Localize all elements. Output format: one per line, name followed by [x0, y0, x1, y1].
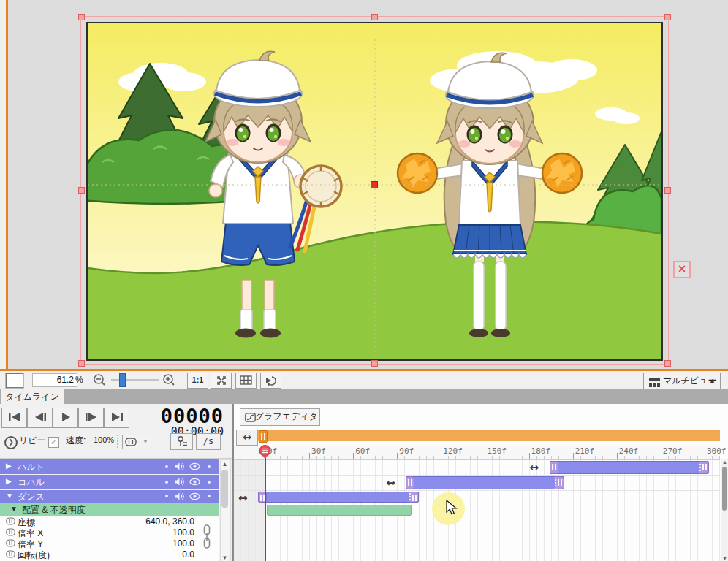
transform-handle-e[interactable]	[664, 187, 671, 194]
expand-expanded-icon[interactable]: ▼	[6, 492, 13, 500]
fit-to-view-button[interactable]	[211, 373, 232, 389]
expand-expanded-icon[interactable]: ▼	[10, 505, 18, 513]
transform-handle-n[interactable]	[371, 14, 378, 20]
track-row-position[interactable]	[234, 516, 720, 527]
go-to-end-button[interactable]	[104, 408, 129, 428]
clip-trim-end-handle[interactable]	[699, 461, 709, 474]
mute-speaker-icon[interactable]	[174, 492, 184, 503]
track-row-scale-x[interactable]	[234, 527, 720, 538]
zoom-slider-track[interactable]	[111, 379, 159, 381]
next-frame-button[interactable]	[78, 408, 104, 428]
work-area-bar[interactable]	[258, 430, 720, 441]
rotate-view-button[interactable]	[260, 373, 281, 389]
link-scale-icon[interactable]	[202, 524, 212, 553]
go-to-start-button[interactable]	[1, 408, 27, 428]
deselect-close-button[interactable]: ×	[673, 261, 691, 278]
multiview-dropdown[interactable]: マルチビュー ▲	[643, 373, 721, 389]
transform-handle-w[interactable]	[78, 187, 85, 194]
expand-collapsed-icon[interactable]: ▶	[6, 477, 12, 485]
property-value[interactable]: 0.0	[182, 549, 194, 560]
repeat-checkbox[interactable]: ✓	[48, 437, 59, 448]
scroll-up-icon[interactable]: ▲	[721, 459, 728, 465]
timeline-clip-1[interactable]	[550, 461, 709, 474]
background-color-swatch[interactable]	[6, 373, 23, 388]
zoom-percent-input[interactable]: 61.2	[32, 373, 77, 387]
property-value[interactable]: 640.0, 360.0	[145, 516, 194, 527]
track-rows-area[interactable]: ↔↔↔	[234, 460, 720, 561]
time-ruler[interactable]: 0f30f60f90f120f150f180f210f240f270f300f	[234, 446, 720, 460]
transform-handle-ne[interactable]	[664, 14, 671, 20]
clip-trim-start-handle[interactable]	[406, 476, 414, 489]
scrollbar-thumb[interactable]	[722, 467, 727, 511]
play-button[interactable]	[53, 408, 78, 428]
layer-row-dance[interactable]: ▼ ダンス	[0, 490, 219, 503]
property-row-position[interactable]: 座標 640.0, 360.0	[0, 516, 219, 527]
canvas-viewport[interactable]: ×	[0, 0, 728, 370]
onion-skin-dropdown-button[interactable]: ▼	[122, 435, 151, 449]
stopwatch-icon[interactable]	[6, 528, 15, 538]
transform-handle-s[interactable]	[371, 360, 378, 367]
timeline-clip-2[interactable]	[406, 476, 564, 489]
stopwatch-icon[interactable]	[6, 539, 15, 549]
clip-trim-start-handle[interactable]	[550, 461, 558, 474]
mute-speaker-icon[interactable]	[174, 478, 184, 488]
track-row-scale-y[interactable]	[234, 538, 720, 549]
scroll-down-icon[interactable]: ▼	[221, 554, 229, 561]
property-row-rotation[interactable]: 回転(度) 0.0	[0, 549, 219, 561]
left-pane-scrollbar[interactable]: ▲ ▼	[220, 459, 231, 561]
zoom-slider-handle[interactable]	[119, 373, 126, 387]
actual-size-button[interactable]: 1:1	[187, 373, 208, 389]
ruler-tick	[661, 453, 661, 459]
property-row-scale-x[interactable]: 倍率 X 100.0	[0, 527, 219, 538]
pompom-right	[542, 153, 582, 193]
visibility-eye-icon[interactable]	[189, 492, 200, 503]
work-area-start-handle[interactable]	[259, 430, 268, 443]
expand-collapsed-icon[interactable]: ▶	[6, 462, 12, 470]
app-window: × 61.2 % 1:1 マルチビュー ▲	[0, 0, 728, 561]
mouse-cursor	[446, 500, 458, 519]
stopwatch-icon[interactable]	[6, 550, 15, 560]
scroll-down-icon[interactable]: ▼	[721, 556, 728, 561]
speed-label: 速度:	[66, 435, 86, 449]
fit-work-area-button[interactable]: ↔	[236, 430, 258, 446]
collapse-transport-icon[interactable]: ❯	[4, 436, 18, 449]
layer-row-haruto[interactable]: ▶ ハルト	[0, 459, 219, 475]
visibility-eye-icon[interactable]	[189, 478, 200, 488]
tab-timeline[interactable]: タイムライン	[1, 389, 64, 404]
frames-per-second-button[interactable]: /s	[196, 433, 221, 450]
clip-trim-end-handle[interactable]	[409, 492, 419, 503]
transform-handle-nw[interactable]	[78, 14, 85, 20]
zoom-in-icon[interactable]	[162, 373, 175, 389]
timeline-clip-4[interactable]	[267, 505, 412, 516]
transform-handle-se[interactable]	[664, 360, 671, 367]
timeline-clip-3[interactable]	[258, 492, 419, 503]
property-value[interactable]: 100.0	[172, 527, 194, 538]
track-row-rotation[interactable]	[234, 549, 720, 561]
layer-row-koharu[interactable]: ▶ コハル	[0, 475, 219, 490]
speed-value[interactable]: 100%	[94, 435, 114, 450]
property-row-scale-y[interactable]: 倍率 Y 100.0	[0, 538, 219, 549]
marker-button[interactable]	[170, 433, 193, 450]
panel-tab-bar: タイムライン	[0, 389, 728, 404]
scrollbar-thumb[interactable]	[221, 470, 228, 508]
scroll-up-icon[interactable]: ▲	[221, 461, 229, 468]
visibility-eye-icon[interactable]	[189, 462, 200, 473]
property-value[interactable]: 100.0	[172, 538, 194, 549]
stopwatch-icon[interactable]	[6, 517, 15, 527]
graph-editor-button[interactable]: グラフエディタ	[240, 408, 320, 426]
layer-name: コハル	[18, 476, 45, 489]
transform-center-point[interactable]	[371, 181, 378, 188]
scene-canvas[interactable]	[86, 22, 663, 361]
group-row-transform[interactable]: ▼ 配置 & 不透明度	[0, 503, 219, 516]
track-pane-scrollbar[interactable]: ▲ ▼	[721, 459, 728, 561]
playhead-marker[interactable]	[259, 445, 271, 462]
grid-toggle-button[interactable]	[235, 373, 257, 389]
prev-frame-button[interactable]	[27, 408, 53, 428]
viewport-left-strip	[0, 0, 6, 370]
playhead-line[interactable]	[265, 446, 266, 561]
mute-speaker-icon[interactable]	[174, 462, 184, 473]
transform-handle-sw[interactable]	[78, 360, 85, 367]
clip-trim-end-handle[interactable]	[555, 476, 564, 489]
zoom-out-icon[interactable]	[93, 373, 106, 389]
pompom-left	[398, 153, 437, 193]
